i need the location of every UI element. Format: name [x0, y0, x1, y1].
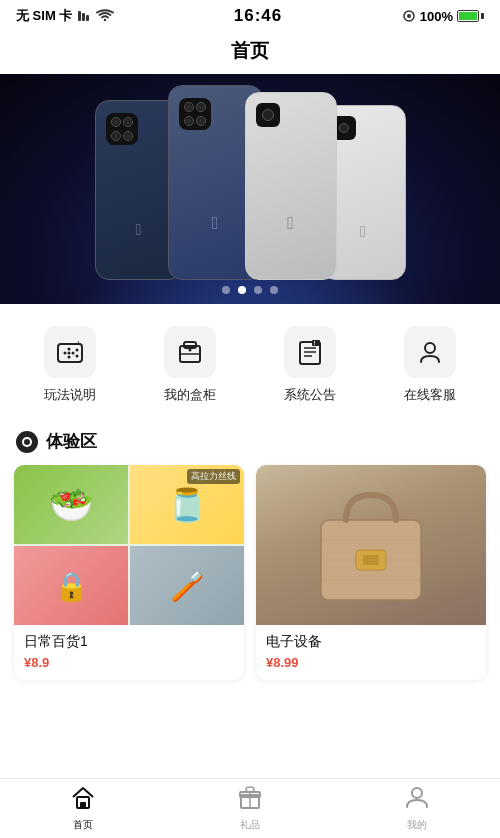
tab-profile[interactable]: 我的	[333, 785, 500, 832]
quick-item-cabinet[interactable]: 我的盒柜	[164, 326, 216, 404]
tab-home[interactable]: 首页	[0, 785, 167, 832]
product-grid: 高拉力丝线 日常百货1 ¥8.9	[0, 465, 500, 680]
svg-point-4	[407, 14, 411, 18]
product-name-electronics: 电子设备	[266, 633, 476, 651]
camera-module-1	[106, 113, 138, 145]
tab-profile-label: 我的	[407, 818, 427, 832]
battery-icon	[457, 10, 484, 22]
bag-svg	[311, 480, 431, 610]
product-card-daily[interactable]: 高拉力丝线 日常百货1 ¥8.9	[14, 465, 244, 680]
banner-carousel[interactable]:    	[0, 74, 500, 304]
announcement-label: 系统公告	[284, 386, 336, 404]
gameplay-label: 玩法说明	[44, 386, 96, 404]
product-price-daily: ¥8.9	[24, 655, 234, 670]
phone-3: 	[245, 92, 337, 280]
svg-point-9	[68, 356, 71, 359]
status-left: 无 SIM 卡	[16, 7, 114, 25]
dot-2[interactable]	[238, 286, 246, 294]
svg-point-8	[68, 352, 71, 355]
product-image-electronics	[256, 465, 486, 625]
location-icon	[402, 9, 416, 23]
section-icon-inner	[22, 437, 32, 447]
announcement-icon: !	[296, 338, 324, 366]
product-image-wrapper-2	[256, 465, 486, 625]
sim-icon	[77, 10, 91, 22]
svg-point-11	[76, 349, 79, 352]
svg-point-17	[189, 349, 192, 352]
img-cell-lock	[14, 546, 128, 625]
gameplay-icon-wrap: +	[44, 326, 96, 378]
banner-inner:    	[0, 74, 500, 304]
quick-menu: + 玩法说明 我的盒柜 ! 系统公告	[0, 304, 500, 420]
svg-text:+: +	[76, 339, 81, 348]
product-name-daily: 日常百货1	[24, 633, 234, 651]
svg-rect-1	[82, 13, 85, 21]
svg-text:!: !	[314, 340, 316, 346]
product-image-wrapper-1: 高拉力丝线	[14, 465, 244, 625]
svg-rect-0	[78, 11, 81, 21]
dot-1[interactable]	[222, 286, 230, 294]
gameplay-icon: +	[56, 338, 84, 366]
status-bar: 无 SIM 卡 16:46 100%	[0, 0, 500, 30]
banner-phones:    	[40, 85, 460, 280]
profile-icon	[404, 785, 430, 815]
svg-point-10	[72, 352, 75, 355]
tab-home-label: 首页	[73, 818, 93, 832]
cabinet-icon	[176, 338, 204, 366]
banner-dots	[0, 286, 500, 294]
product-image-daily: 高拉力丝线	[14, 465, 244, 625]
product-card-electronics[interactable]: 电子设备 ¥8.99	[256, 465, 486, 680]
tab-gift-label: 礼品	[240, 818, 260, 832]
tab-gift[interactable]: 礼品	[167, 785, 334, 832]
battery-percent: 100%	[420, 9, 453, 24]
svg-point-6	[64, 352, 67, 355]
customer-label: 在线客服	[404, 386, 456, 404]
gift-icon	[237, 785, 263, 815]
wifi-icon	[96, 9, 114, 23]
svg-point-12	[76, 355, 79, 358]
section-title: 体验区	[46, 430, 97, 453]
experience-section-header: 体验区	[0, 420, 500, 465]
cabinet-icon-wrap	[164, 326, 216, 378]
dot-4[interactable]	[270, 286, 278, 294]
status-right: 100%	[402, 9, 484, 24]
svg-point-7	[68, 348, 71, 351]
product-info-daily: 日常百货1 ¥8.9	[14, 625, 244, 680]
quick-item-gameplay[interactable]: + 玩法说明	[44, 326, 96, 404]
svg-point-24	[425, 343, 435, 353]
customer-icon-wrap	[404, 326, 456, 378]
status-time: 16:46	[234, 6, 282, 26]
quick-item-announcement[interactable]: ! 系统公告	[284, 326, 336, 404]
img-cell-jar: 高拉力丝线	[130, 465, 244, 544]
camera-module-2	[179, 98, 211, 130]
page-title: 首页	[0, 30, 500, 74]
customer-icon	[416, 338, 444, 366]
carrier-text: 无 SIM 卡	[16, 7, 72, 25]
tab-bar: 首页 礼品 我的	[0, 778, 500, 838]
svg-point-36	[412, 788, 422, 798]
quick-item-customer[interactable]: 在线客服	[404, 326, 456, 404]
img-cell-brush	[130, 546, 244, 625]
bottom-spacer	[0, 680, 500, 750]
announcement-icon-wrap: !	[284, 326, 336, 378]
home-icon	[70, 785, 96, 815]
cabinet-label: 我的盒柜	[164, 386, 216, 404]
section-icon	[16, 431, 38, 453]
dot-3[interactable]	[254, 286, 262, 294]
product-price-electronics: ¥8.99	[266, 655, 476, 670]
img-cell-vegetables	[14, 465, 128, 544]
svg-rect-32	[80, 802, 86, 808]
product-info-electronics: 电子设备 ¥8.99	[256, 625, 486, 680]
camera-module-3	[256, 103, 280, 127]
svg-rect-2	[86, 15, 89, 21]
